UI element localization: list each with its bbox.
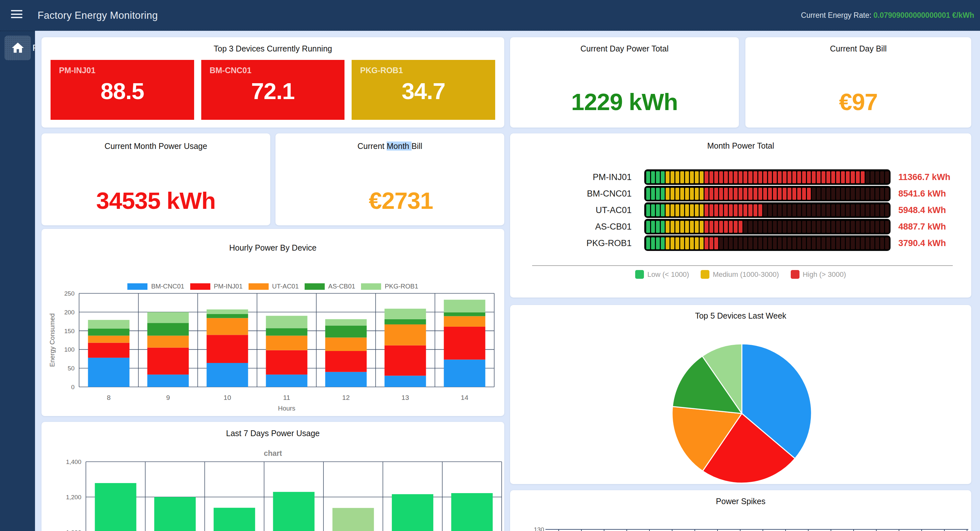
- gauge-label: PM-INJ01: [510, 170, 632, 185]
- panel-month-bill: Current Month Bill €2731: [275, 133, 504, 225]
- panel-top5-last-week: Top 5 Devices Last Week: [510, 305, 971, 484]
- stat-box-PM-INJ01: PM-INJ0188.5: [51, 60, 194, 120]
- svg-text:150: 150: [64, 328, 75, 334]
- svg-text:1,400: 1,400: [66, 458, 81, 465]
- gauge-row-AS-CB01: AS-CB014887.7 kWh: [510, 219, 971, 235]
- stacked-bar-PKG-ROB1-h12: [325, 319, 367, 326]
- stacked-bar-UT-AC01-h9: [148, 336, 189, 348]
- power-spikes-chart[interactable]: 130: [510, 490, 971, 531]
- gauge-label: PKG-ROB1: [510, 235, 632, 251]
- stacked-bar-BM-CNC01-h8: [88, 358, 130, 387]
- stacked-bar-AS-CB01-h9: [148, 323, 189, 335]
- panel-title: Current Month Bill: [275, 141, 504, 151]
- gauge-bar: [644, 219, 891, 235]
- svg-text:Hours: Hours: [278, 405, 295, 412]
- last7-bar-chart[interactable]: 1,4001,2001,000: [41, 422, 504, 531]
- stacked-bar-BM-CNC01-h9: [148, 375, 189, 387]
- svg-text:50: 50: [68, 365, 75, 372]
- panel-top3-devices: Top 3 Devices Currently Running PM-INJ01…: [41, 37, 504, 128]
- gauge-row-BM-CNC01: BM-CNC018541.6 kWh: [510, 186, 971, 201]
- legend-divider: [532, 265, 953, 266]
- sidebar: F: [0, 31, 35, 531]
- stacked-bar-BM-CNC01-h12: [325, 372, 367, 387]
- menu-icon[interactable]: [11, 10, 22, 21]
- legend-label: Low (< 1000): [647, 270, 689, 279]
- app-title: Factory Energy Monitoring: [38, 0, 158, 31]
- svg-text:100: 100: [64, 346, 75, 353]
- month-bill-value: €2731: [275, 187, 504, 214]
- hourly-stacked-bar-chart[interactable]: 050100150200250891011121314HoursEnergy C…: [41, 229, 504, 416]
- stacked-bar-AS-CB01-h12: [325, 325, 367, 338]
- stat-box-BM-CNC01: BM-CNC0172.1: [201, 60, 345, 120]
- energy-rate-label: Current Energy Rate:: [801, 11, 874, 19]
- gauge-value: 8541.6 kWh: [898, 186, 946, 201]
- stacked-bar-PKG-ROB1-h13: [385, 309, 426, 319]
- bar-day-1: [95, 483, 137, 531]
- bar-day-2: [154, 497, 196, 531]
- sidebar-item-home[interactable]: [5, 36, 31, 60]
- legend-label: Medium (1000-3000): [713, 270, 779, 279]
- stacked-bar-PKG-ROB1-h8: [88, 320, 130, 329]
- stacked-bar-BM-CNC01-h13: [385, 376, 426, 387]
- legend-item[interactable]: High (> 3000): [791, 270, 846, 279]
- legend-swatch: [635, 270, 644, 279]
- stat-box-value: 72.1: [201, 78, 345, 104]
- stat-box-value: 88.5: [51, 78, 194, 104]
- bar-day-4: [273, 492, 315, 531]
- gauge-legend: Low (< 1000)Medium (1000-3000)High (> 30…: [510, 270, 971, 279]
- svg-text:1,000: 1,000: [66, 529, 81, 531]
- stacked-bar-AS-CB01-h10: [207, 314, 248, 318]
- stacked-bar-AS-CB01-h13: [385, 319, 426, 325]
- stacked-bar-PKG-ROB1-h11: [266, 316, 307, 328]
- stacked-bar-PM-INJ01-h8: [88, 343, 130, 358]
- day-bill-value: €97: [745, 89, 971, 115]
- stacked-bar-AS-CB01-h14: [444, 312, 485, 316]
- panel-last7-days: Last 7 Days Power Usage chart 1,4001,200…: [41, 422, 504, 531]
- stacked-bar-UT-AC01-h10: [207, 318, 248, 335]
- svg-text:250: 250: [64, 290, 75, 297]
- stacked-bar-PM-INJ01-h10: [207, 335, 248, 363]
- svg-text:8: 8: [107, 394, 111, 401]
- top5-pie-chart[interactable]: [510, 305, 971, 484]
- gauge-value: 11366.7 kWh: [898, 170, 950, 185]
- panel-power-spikes: Power Spikes 130: [510, 490, 971, 531]
- stacked-bar-BM-CNC01-h10: [207, 363, 248, 387]
- panel-hourly-power: Hourly Power By Device BM-CNC01PM-INJ01U…: [41, 229, 504, 416]
- legend-swatch: [701, 270, 710, 279]
- stacked-bar-UT-AC01-h12: [325, 338, 367, 351]
- app-header: Factory Energy Monitoring Current Energy…: [0, 0, 980, 31]
- stat-box-label: PM-INJ01: [59, 66, 95, 75]
- selected-text: Month: [387, 141, 411, 151]
- svg-text:1,200: 1,200: [66, 494, 81, 501]
- svg-text:10: 10: [224, 394, 231, 401]
- stacked-bar-PM-INJ01-h13: [385, 346, 426, 376]
- legend-item[interactable]: Medium (1000-3000): [701, 270, 779, 279]
- stat-box-PKG-ROB1: PKG-ROB134.7: [352, 60, 495, 120]
- stat-box-label: PKG-ROB1: [360, 66, 403, 75]
- panel-day-bill: Current Day Bill €97: [745, 37, 971, 128]
- svg-text:130: 130: [534, 526, 544, 531]
- svg-text:0: 0: [71, 384, 75, 390]
- stacked-bar-UT-AC01-h8: [88, 336, 130, 343]
- panel-title: Top 3 Devices Currently Running: [41, 44, 504, 54]
- panel-title: Current Month Power Usage: [41, 141, 270, 151]
- legend-item[interactable]: Low (< 1000): [635, 270, 689, 279]
- stacked-bar-PM-INJ01-h14: [444, 327, 485, 360]
- energy-rate: Current Energy Rate: 0.07909000000000001…: [801, 0, 974, 31]
- svg-text:11: 11: [283, 394, 290, 401]
- panel-month-power-usage: Current Month Power Usage 34535 kWh: [41, 133, 270, 225]
- stacked-bar-PM-INJ01-h9: [148, 348, 189, 375]
- stacked-bar-AS-CB01-h8: [88, 329, 130, 336]
- bar-day-3: [213, 508, 255, 531]
- stacked-bar-PM-INJ01-h11: [266, 350, 307, 375]
- bar-day-5: [332, 508, 374, 531]
- svg-text:13: 13: [401, 394, 409, 401]
- gauge-bar: [644, 186, 891, 201]
- stacked-bar-AS-CB01-h11: [266, 328, 307, 336]
- gauge-label: BM-CNC01: [510, 186, 632, 201]
- stacked-bar-UT-AC01-h13: [385, 325, 426, 346]
- gauge-label: AS-CB01: [510, 219, 632, 235]
- gauge-row-UT-AC01: UT-AC015948.4 kWh: [510, 202, 971, 218]
- stacked-bar-PM-INJ01-h12: [325, 351, 367, 372]
- stacked-bar-UT-AC01-h14: [444, 316, 485, 327]
